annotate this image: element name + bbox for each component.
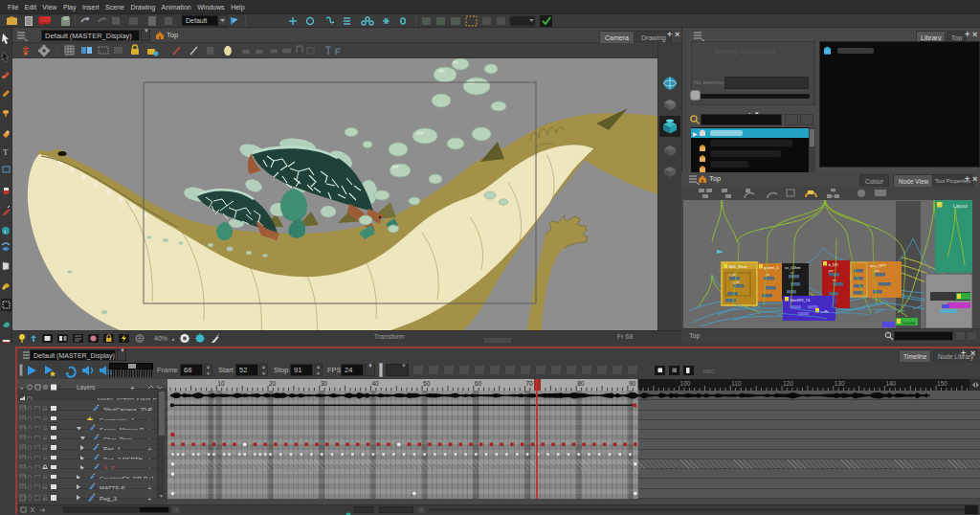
svg-text:pos: pos (875, 269, 880, 273)
svg-text:100: 100 (680, 380, 691, 387)
svg-text:10: 10 (217, 380, 225, 387)
svg-text:Layout: Layout (953, 203, 969, 209)
svg-text:60: 60 (475, 380, 482, 387)
svg-text:x_off: x_off (729, 273, 736, 277)
svg-text:Peg_3: Peg_3 (100, 495, 117, 502)
svg-text:140: 140 (885, 380, 896, 387)
svg-text:NeckFX_OL: NeckFX_OL (791, 298, 813, 302)
svg-text:Unt04b: Unt04b (902, 321, 916, 325)
svg-text:120: 120 (783, 380, 793, 387)
svg-text:40: 40 (371, 380, 379, 387)
svg-text:ABC: ABC (702, 369, 716, 374)
svg-text:ss_00hm: ss_00hm (785, 265, 801, 270)
svg-text:130: 130 (835, 380, 845, 387)
svg-text:50: 50 (423, 380, 431, 387)
svg-text:y_off: y_off (733, 280, 740, 284)
svg-text:b_DR: b_DR (829, 262, 838, 267)
svg-text:i: i (5, 229, 6, 235)
svg-text:90: 90 (629, 380, 636, 387)
svg-text:80: 80 (577, 380, 585, 387)
svg-text:20: 20 (269, 380, 277, 387)
svg-text:30: 30 (321, 380, 328, 387)
svg-text:Default: Default (186, 17, 207, 24)
svg-text:BB1_Wrist: BB1_Wrist (729, 264, 748, 269)
svg-text:150: 150 (937, 380, 947, 387)
svg-text:40%: 40% (154, 335, 167, 342)
svg-text:T: T (3, 147, 9, 157)
svg-text:70: 70 (526, 380, 534, 387)
svg-text:pos: pos (829, 269, 834, 273)
svg-text:oss_OPT: oss_OPT (870, 263, 886, 268)
svg-text:110: 110 (731, 380, 742, 387)
svg-text:cuffs: cuffs (821, 309, 829, 314)
svg-text:+: + (147, 494, 152, 503)
